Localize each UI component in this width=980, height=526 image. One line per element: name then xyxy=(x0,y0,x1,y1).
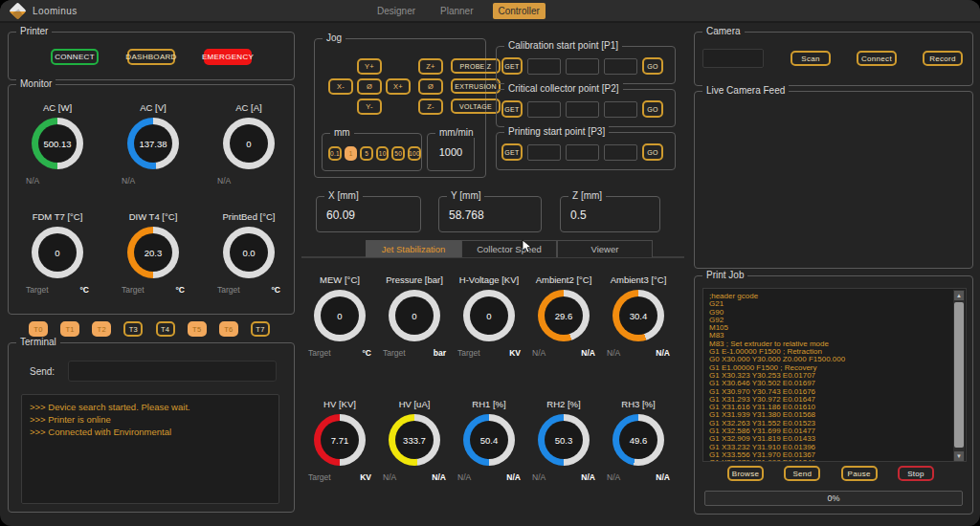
camera-connect-button[interactable]: Connect xyxy=(857,51,897,66)
p3-z-field[interactable] xyxy=(604,144,637,161)
gauge-value: 0 xyxy=(470,296,508,335)
gauge-sub-labels: Target°C xyxy=(308,348,371,358)
scrollbar-thumb[interactable] xyxy=(954,302,964,448)
step-5-button[interactable]: 5 xyxy=(360,146,373,161)
gauge-label: MEW [°C] xyxy=(320,274,360,285)
gcode-line: M105 xyxy=(709,324,960,332)
p1-y-field[interactable] xyxy=(566,58,599,75)
pause-button[interactable]: Pause xyxy=(841,466,878,481)
jog-y-minus-button[interactable]: Y- xyxy=(357,99,382,115)
emergency-button[interactable]: EMERGENCY xyxy=(204,49,252,65)
scrollbar-down-arrow-icon[interactable]: ▼ xyxy=(954,451,964,461)
tool-t5-button[interactable]: T5 xyxy=(188,321,207,337)
step-10-button[interactable]: 10 xyxy=(376,146,390,161)
nav-item-controller[interactable]: Controller xyxy=(493,3,546,19)
gauge-value: 49.6 xyxy=(619,421,657,459)
connect-button[interactable]: CONNECT xyxy=(51,49,99,65)
gcode-list[interactable]: ;header gcodeG21G90G92M105M83M83 ; Set e… xyxy=(702,288,967,462)
camera-device-select[interactable] xyxy=(702,49,764,68)
jog-z-minus-button[interactable]: Z- xyxy=(418,99,443,115)
app-title: Loominus xyxy=(33,6,78,16)
jog-z-plus-button[interactable]: Z+ xyxy=(418,58,443,75)
send-button[interactable]: Send xyxy=(784,466,820,481)
p3-get-button[interactable]: GET xyxy=(501,143,523,161)
p1-z-field[interactable] xyxy=(604,58,637,75)
gauge-sub-labels: N/AN/A xyxy=(532,472,595,482)
p1-go-button[interactable]: GO xyxy=(642,57,663,75)
calibration-p3-title: Printing start point [P3] xyxy=(504,126,609,137)
gauge-sub-labels: Target°C xyxy=(26,285,89,295)
gauge-label: PrintBed [°C] xyxy=(222,211,275,222)
nav-item-planner[interactable]: Planner xyxy=(434,3,479,19)
jog-x-minus-button[interactable]: X- xyxy=(328,78,353,95)
gauge-ring: 0 xyxy=(223,118,275,169)
tool-t4-button[interactable]: T4 xyxy=(156,321,175,337)
jog-step-group: mm 0.1151050100 xyxy=(322,133,422,171)
gauge-sub-labels: N/AN/A xyxy=(607,348,670,358)
p2-get-button[interactable]: GET xyxy=(501,100,523,118)
voltage-button[interactable]: VOLTAGE xyxy=(451,99,501,114)
tool-t3-button[interactable]: T3 xyxy=(123,321,143,337)
camera-scan-button[interactable]: Scan xyxy=(791,51,831,66)
gauge-sub-right: °C xyxy=(271,285,280,295)
calibration-p2-panel: Critical collector point [P2] GET GO xyxy=(496,89,676,127)
gauge-sub-left: Target xyxy=(308,472,331,482)
gauge-ambient2-c: Ambient2 [°C]29.6N/AN/A xyxy=(532,274,595,358)
scrollbar-up-arrow-icon[interactable]: ▲ xyxy=(954,291,964,300)
printer-panel-title: Printer xyxy=(16,26,52,36)
print-progress-bar: 0% xyxy=(704,491,963,506)
step-1-button[interactable]: 1 xyxy=(345,146,358,161)
tool-t1-button[interactable]: T1 xyxy=(60,321,79,337)
tool-t0-button[interactable]: T0 xyxy=(29,321,48,337)
p1-get-button[interactable]: GET xyxy=(501,57,523,75)
camera-record-button[interactable]: Record xyxy=(923,51,963,66)
terminal-send-input[interactable] xyxy=(68,361,277,382)
p3-y-field[interactable] xyxy=(566,144,599,161)
gauge-ring: 333.7 xyxy=(389,414,440,466)
browse-button[interactable]: Browse xyxy=(727,466,764,481)
gauge-sub-labels: Target°C xyxy=(217,285,280,295)
gauge-value: 137.38 xyxy=(134,124,172,163)
gcode-scrollbar[interactable]: ▲ ▼ xyxy=(953,290,965,462)
gauge-ring: 0 xyxy=(32,227,83,278)
terminal-log: >>> Device search started. Please wait.>… xyxy=(21,394,279,504)
stop-button[interactable]: Stop xyxy=(898,466,934,481)
tool-t2-button[interactable]: T2 xyxy=(92,321,111,337)
jog-step-options: 0.1151050100 xyxy=(323,134,421,161)
tool-t7-button[interactable]: T7 xyxy=(251,321,270,337)
gauge-fdm-t7-c: FDM T7 [°C]0Target°C xyxy=(26,211,89,295)
probe-z-button[interactable]: PROBE Z xyxy=(451,58,501,74)
step-50-button[interactable]: 50 xyxy=(391,146,405,161)
p2-y-field[interactable] xyxy=(566,101,599,118)
calibration-p1-row: GET GO xyxy=(497,47,675,75)
tab-jet-stabilization[interactable]: Jet Stabilization xyxy=(366,240,461,257)
gauge-value: 7.71 xyxy=(321,421,359,459)
jog-z-home-button[interactable]: Ø xyxy=(418,78,443,95)
step-0-1-button[interactable]: 0.1 xyxy=(328,146,342,161)
gauge-sub-right: N/A xyxy=(506,472,521,482)
tool-t6-button[interactable]: T6 xyxy=(219,321,238,337)
gauge-ring: 0 xyxy=(314,290,366,341)
dashboard-button[interactable]: DASHBOARD xyxy=(127,49,175,65)
gauge-ring: 49.6 xyxy=(612,414,664,466)
gauge-ac-w: AC [W]500.13N/A xyxy=(26,102,89,186)
p2-go-button[interactable]: GO xyxy=(642,100,663,118)
jog-y-plus-button[interactable]: Y+ xyxy=(357,58,382,75)
step-100-button[interactable]: 100 xyxy=(408,146,421,161)
p2-x-field[interactable] xyxy=(527,101,561,118)
p3-x-field[interactable] xyxy=(527,144,561,161)
nav-item-designer[interactable]: Designer xyxy=(371,3,421,19)
jog-xy-home-button[interactable]: Ø xyxy=(357,78,382,95)
p3-go-button[interactable]: GO xyxy=(642,143,663,161)
p1-x-field[interactable] xyxy=(527,58,561,75)
calibration-p2-row: GET GO xyxy=(497,90,675,118)
tab-viewer[interactable]: Viewer xyxy=(557,240,653,257)
p2-z-field[interactable] xyxy=(604,101,637,118)
terminal-log-line: >>> Device search started. Please wait. xyxy=(30,401,271,413)
extrusion-button[interactable]: EXTRUSION xyxy=(451,78,501,94)
jog-x-plus-button[interactable]: X+ xyxy=(386,78,411,95)
gauge-sub-left: N/A xyxy=(607,472,620,482)
gauge-rh2: RH2 [%]50.3N/AN/A xyxy=(532,399,595,482)
tab-collector-speed[interactable]: Collector Speed xyxy=(461,240,557,257)
gauge-value: 0 xyxy=(230,124,268,163)
